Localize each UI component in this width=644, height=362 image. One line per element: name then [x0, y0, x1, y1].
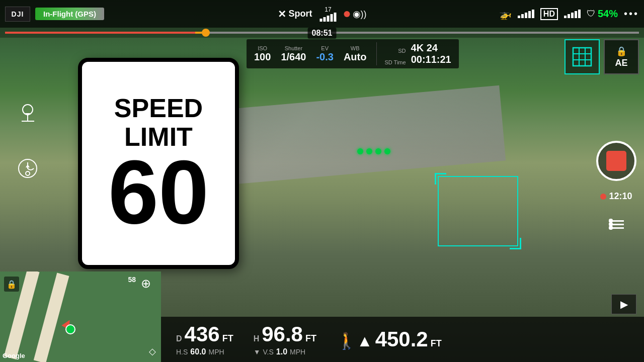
- svg-point-10: [26, 171, 30, 175]
- resolution-value: 4K 24: [411, 42, 438, 54]
- ev-value: -0.3: [316, 51, 333, 63]
- recording-time-value: 12:10: [609, 191, 632, 202]
- record-audio-icon: ◉)): [353, 9, 367, 20]
- speed-limit-number: 60: [108, 151, 209, 233]
- landing-svg: [17, 102, 39, 125]
- distance-unit: FT: [222, 333, 233, 344]
- drone-leds: [357, 148, 390, 154]
- iso-value: 100: [254, 51, 271, 63]
- fa-indicator: 🛡 54%: [587, 8, 618, 20]
- height-unit: FT: [305, 333, 316, 344]
- more-menu-button[interactable]: •••: [624, 8, 639, 20]
- d-bar1: [518, 16, 520, 18]
- svg-marker-11: [26, 164, 30, 167]
- record-dot: [344, 11, 350, 17]
- playback-button[interactable]: ▶: [611, 294, 636, 314]
- signal-bars: [320, 13, 337, 22]
- sport-icon: ✕: [278, 8, 286, 20]
- h-bar5: [578, 10, 581, 18]
- bar2: [324, 17, 326, 22]
- sd-info: SD 4K 24 SD Time 00:11:21: [376, 42, 451, 65]
- recording-time: 12:10: [600, 191, 632, 202]
- ev-setting[interactable]: EV -0.3: [316, 45, 333, 63]
- landing-icon[interactable]: [15, 101, 40, 126]
- person-height-icon: 🚶▲: [337, 331, 373, 350]
- h-bar4: [575, 11, 577, 18]
- sport-mode-indicator[interactable]: ✕ Sport: [278, 8, 312, 20]
- ae-button[interactable]: 🔒 AE: [604, 39, 639, 74]
- lock-ae-icon: 🔒: [616, 46, 627, 57]
- max-height-unit: FT: [431, 338, 442, 349]
- iso-label: ISO: [258, 45, 267, 51]
- center-controls: ✕ Sport 17 ◉)): [278, 7, 367, 22]
- grid-icon: [572, 47, 592, 67]
- focus-tracking-box: [438, 176, 518, 246]
- vs-value: 1.0: [276, 347, 287, 356]
- max-height-value: 450.2: [375, 327, 428, 351]
- ae-label: AE: [615, 58, 627, 68]
- d-bar3: [525, 13, 527, 18]
- return-home-svg: [17, 157, 39, 180]
- shutter-setting[interactable]: Shutter 1/640: [281, 45, 306, 63]
- drone-position-dot: [65, 324, 75, 334]
- vs-row: ▼ V.S 1.0 MPH: [254, 347, 316, 356]
- map-overlay[interactable]: 🔒 ⊕ 58 ▲ Google ◇: [0, 272, 161, 362]
- top-right-buttons: 🔒 AE: [565, 39, 639, 74]
- hd-signal: [564, 10, 581, 18]
- sd-time-value: 00:11:21: [411, 54, 451, 65]
- flight-status-badge: In-Flight (GPS): [35, 8, 104, 20]
- record-indicator: ◉)): [344, 9, 367, 20]
- dji-logo: DJI: [5, 7, 30, 22]
- wb-value: Auto: [344, 51, 367, 63]
- settings-line1: [609, 220, 624, 222]
- wb-setting[interactable]: WB Auto: [344, 45, 367, 63]
- h-bar3: [571, 13, 574, 18]
- bar3: [327, 16, 330, 22]
- grid-button[interactable]: [565, 39, 600, 74]
- svg-rect-0: [573, 48, 591, 66]
- record-button[interactable]: [596, 141, 636, 181]
- right-icons: 🚁 HD 🛡 54% •••: [499, 8, 639, 20]
- hs-label: H.S: [176, 348, 188, 356]
- flight-timer: 08:51: [308, 28, 337, 39]
- hd-indicator: HD: [540, 8, 558, 20]
- h-bar1: [564, 16, 567, 18]
- sport-mode-label: Sport: [289, 9, 312, 19]
- height-value: 96.8: [262, 322, 303, 346]
- signal-strength-indicator: 17: [320, 7, 337, 22]
- speed-text-line1: SPEED: [114, 94, 203, 123]
- hs-value: 60.0: [190, 347, 206, 356]
- sd-label: SD: [398, 48, 406, 54]
- camera-settings-bar: ISO 100 Shutter 1/640 EV -0.3 WB Auto SD…: [247, 39, 459, 68]
- map-lock-icon: 🔒: [4, 277, 19, 292]
- bar5: [334, 13, 337, 22]
- drone-signal: [518, 10, 534, 18]
- signal-number: 17: [325, 7, 331, 13]
- map-number: 58: [128, 276, 136, 284]
- left-action-icons: [15, 101, 40, 181]
- vs-unit: MPH: [290, 348, 305, 356]
- vs-label: V.S: [263, 348, 274, 356]
- top-bar: DJI In-Flight (GPS) ✕ Sport 17 ◉)): [0, 0, 644, 28]
- led2: [366, 148, 372, 154]
- ev-label: EV: [321, 45, 329, 51]
- bar1: [320, 19, 323, 22]
- map-crosshair: ⊕: [141, 277, 151, 291]
- battery-percent: 54%: [598, 8, 618, 20]
- vs-arrow: ▼: [254, 348, 261, 356]
- drone-status-icon: 🚁: [499, 8, 512, 20]
- settings-line3: [609, 227, 624, 229]
- d-bar5: [532, 10, 534, 18]
- return-home-icon[interactable]: [15, 156, 40, 181]
- iso-setting[interactable]: ISO 100: [254, 45, 271, 63]
- led4: [384, 148, 390, 154]
- d-bar4: [528, 11, 531, 18]
- d-bar2: [521, 14, 524, 18]
- telemetry-bar: D 436 FT H.S 60.0 MPH H 96.8 FT ▼ V.S 1.…: [161, 317, 644, 362]
- map-compass: ◇: [149, 346, 156, 357]
- height-group: H 96.8 FT ▼ V.S 1.0 MPH: [254, 322, 316, 356]
- led3: [375, 148, 381, 154]
- settings-line2: [609, 224, 624, 225]
- camera-settings-button[interactable]: [604, 212, 629, 237]
- record-button-inner: [606, 151, 626, 171]
